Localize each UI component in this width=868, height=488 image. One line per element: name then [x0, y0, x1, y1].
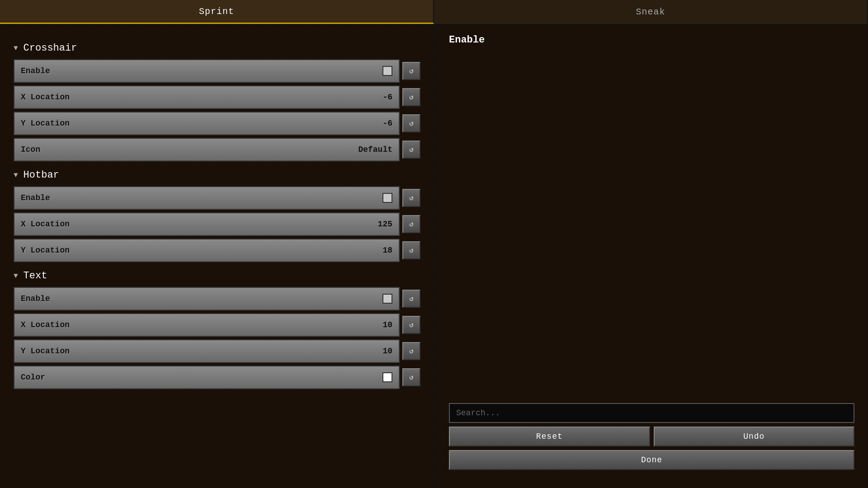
text-section-header: ▼ Text [14, 270, 420, 282]
hotbar-enable-label: Enable [21, 193, 50, 202]
right-panel: Enable Reset Undo Done [435, 25, 868, 488]
hotbar-enable-reset[interactable]: ↺ [402, 189, 420, 207]
text-enable-row: Enable ↺ [14, 287, 420, 310]
crosshair-arrow-icon: ▼ [14, 44, 18, 52]
hotbar-section-header: ▼ Hotbar [14, 169, 420, 181]
settings-panel: ▼ Crosshair Enable ↺ X Location -6 ↺ [0, 25, 434, 488]
crosshair-x-location-value: -6 [382, 93, 392, 102]
reset-icon: ↺ [409, 66, 414, 75]
main-layout: ▼ Crosshair Enable ↺ X Location -6 ↺ [0, 25, 868, 488]
text-x-location-reset[interactable]: ↺ [402, 316, 420, 334]
hotbar-x-location-row: X Location 125 ↺ [14, 212, 420, 236]
text-enable-reset[interactable]: ↺ [402, 290, 420, 308]
text-x-location-label: X Location [21, 320, 70, 329]
text-color-box[interactable] [382, 372, 392, 382]
crosshair-icon-field[interactable]: Icon Default [14, 138, 400, 161]
text-x-location-row: X Location 10 ↺ [14, 313, 420, 337]
hotbar-enable-row: Enable ↺ [14, 186, 420, 210]
reset-icon: ↺ [409, 320, 414, 329]
tab-sprint-label: Sprint [199, 6, 234, 17]
tab-bar: Sprint Sneak [0, 0, 868, 25]
undo-button[interactable]: Undo [654, 427, 855, 446]
text-enable-checkbox[interactable] [382, 294, 392, 304]
reset-icon: ↺ [409, 246, 414, 255]
text-x-location-value: 10 [382, 320, 392, 329]
text-arrow-icon: ▼ [14, 272, 18, 280]
crosshair-enable-checkbox[interactable] [382, 66, 392, 76]
reset-button[interactable]: Reset [449, 427, 650, 446]
hotbar-x-location-value: 125 [378, 220, 392, 229]
reset-icon: ↺ [409, 373, 414, 382]
hotbar-y-location-label: Y Location [21, 246, 70, 255]
text-color-label: Color [21, 373, 45, 382]
text-color-field[interactable]: Color [14, 366, 400, 389]
crosshair-enable-row: Enable ↺ [14, 59, 420, 83]
crosshair-section-header: ▼ Crosshair [14, 42, 420, 54]
reset-icon: ↺ [409, 93, 414, 102]
button-row: Reset Undo [449, 427, 854, 446]
reset-icon: ↺ [409, 193, 414, 202]
search-input[interactable] [449, 403, 854, 423]
text-x-location-field[interactable]: X Location 10 [14, 313, 400, 337]
text-color-row: Color ↺ [14, 366, 420, 389]
hotbar-y-location-value: 18 [382, 246, 392, 255]
crosshair-y-location-field[interactable]: Y Location -6 [14, 112, 400, 135]
crosshair-icon-row: Icon Default ↺ [14, 138, 420, 161]
crosshair-y-location-value: -6 [382, 119, 392, 128]
crosshair-y-location-row: Y Location -6 ↺ [14, 112, 420, 135]
crosshair-enable-field[interactable]: Enable [14, 59, 400, 83]
text-section-label: Text [24, 270, 47, 282]
crosshair-y-location-label: Y Location [21, 119, 70, 128]
hotbar-y-location-reset[interactable]: ↺ [402, 241, 420, 259]
crosshair-enable-label: Enable [21, 66, 50, 75]
text-y-location-label: Y Location [21, 347, 70, 356]
tab-sprint[interactable]: Sprint [0, 0, 434, 24]
crosshair-x-location-label: X Location [21, 93, 70, 102]
hotbar-arrow-icon: ▼ [14, 171, 18, 179]
text-enable-field[interactable]: Enable [14, 287, 400, 310]
text-y-location-reset[interactable]: ↺ [402, 342, 420, 360]
crosshair-icon-label: Icon [21, 145, 40, 154]
done-button[interactable]: Done [449, 450, 854, 470]
bottom-controls: Reset Undo Done [449, 403, 854, 470]
reset-icon: ↺ [409, 347, 414, 356]
hotbar-y-location-row: Y Location 18 ↺ [14, 239, 420, 262]
text-y-location-row: Y Location 10 ↺ [14, 339, 420, 363]
hotbar-y-location-field[interactable]: Y Location 18 [14, 239, 400, 262]
hotbar-x-location-label: X Location [21, 220, 70, 229]
reset-icon: ↺ [409, 145, 414, 154]
text-y-location-value: 10 [382, 347, 392, 356]
tab-sneak[interactable]: Sneak [434, 0, 868, 24]
crosshair-x-location-field[interactable]: X Location -6 [14, 85, 400, 109]
hotbar-x-location-reset[interactable]: ↺ [402, 215, 420, 233]
crosshair-section-label: Crosshair [24, 42, 77, 54]
crosshair-icon-reset[interactable]: ↺ [402, 141, 420, 159]
reset-icon: ↺ [409, 119, 414, 128]
text-color-reset[interactable]: ↺ [402, 368, 420, 386]
hotbar-enable-field[interactable]: Enable [14, 186, 400, 210]
hotbar-enable-checkbox[interactable] [382, 193, 392, 203]
info-title: Enable [449, 34, 854, 46]
tab-sneak-label: Sneak [636, 7, 665, 17]
crosshair-y-location-reset[interactable]: ↺ [402, 114, 420, 132]
hotbar-section-label: Hotbar [24, 169, 59, 181]
crosshair-icon-value: Default [358, 145, 392, 154]
crosshair-enable-reset[interactable]: ↺ [402, 62, 420, 80]
text-y-location-field[interactable]: Y Location 10 [14, 339, 400, 363]
crosshair-x-location-reset[interactable]: ↺ [402, 88, 420, 106]
crosshair-x-location-row: X Location -6 ↺ [14, 85, 420, 109]
text-enable-label: Enable [21, 294, 50, 303]
hotbar-x-location-field[interactable]: X Location 125 [14, 212, 400, 236]
reset-icon: ↺ [409, 294, 414, 303]
reset-icon: ↺ [409, 220, 414, 229]
